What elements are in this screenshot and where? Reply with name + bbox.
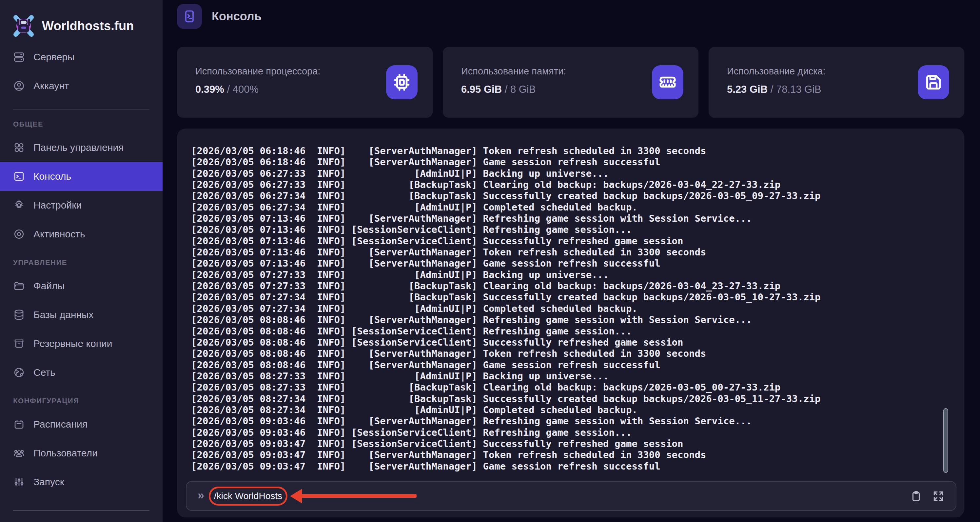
- backups-icon: [13, 338, 25, 350]
- account-icon: [13, 80, 25, 92]
- users-icon: [13, 447, 25, 459]
- stat-card-disk: Использование диска:5.23 GiB / 78.13 GiB: [709, 47, 964, 118]
- sidebar-item-servers[interactable]: Серверы: [0, 43, 162, 72]
- sidebar-item-users[interactable]: Пользователи: [0, 439, 162, 468]
- page-header: Консоль: [177, 4, 262, 29]
- sidebar-item-terminal[interactable]: Консоль: [0, 162, 162, 191]
- arrow-head: [290, 489, 302, 503]
- sidebar-item-label: Консоль: [33, 171, 71, 182]
- sidebar-item-settings[interactable]: Настройки: [0, 191, 162, 220]
- sidebar-item-label: Расписания: [33, 419, 88, 430]
- sidebar-item-activity[interactable]: Активность: [0, 220, 162, 248]
- worldhosts-logo-icon: [13, 15, 35, 37]
- settings-icon: [13, 199, 25, 211]
- expand-fullscreen-icon[interactable]: [932, 490, 945, 502]
- sidebar-item-label: Файлы: [33, 280, 65, 291]
- sidebar-section-label: УПРАВЛЕНИЕ: [13, 258, 162, 267]
- copy-clipboard-icon[interactable]: [910, 490, 922, 502]
- sidebar-item-label: Аккаунт: [33, 80, 69, 91]
- console-log[interactable]: [2026/03/05 06:18:46 INFO] [ServerAuthMa…: [191, 145, 942, 472]
- sidebar-item-label: Активность: [33, 229, 85, 240]
- sidebar-item-label: Резервные копии: [33, 338, 113, 349]
- sidebar-item-dashboard[interactable]: Панель управления: [0, 133, 162, 162]
- command-actions: [910, 490, 945, 502]
- stat-card-cpu: Использование процессора:0.39% / 400%: [177, 47, 433, 118]
- network-icon: [13, 367, 25, 379]
- page-title: Консоль: [212, 10, 262, 23]
- stat-label: Использование диска:: [727, 66, 825, 77]
- sidebar-nav: СерверыАккаунтОБЩЕЕПанель управленияКонс…: [0, 43, 162, 511]
- main-content: Консоль Использование процессора:0.39% /…: [177, 0, 964, 522]
- console-scrollbar-thumb[interactable]: [943, 408, 948, 473]
- startup-icon: [13, 476, 25, 488]
- sidebar-item-label: Запуск: [33, 476, 64, 488]
- stat-value: 0.39% / 400%: [195, 84, 259, 95]
- arrow-shaft: [301, 494, 417, 498]
- sidebar-divider: [13, 510, 150, 511]
- sidebar-item-label: Базы данных: [33, 309, 94, 320]
- sidebar-section-label: ОБЩЕЕ: [13, 119, 162, 129]
- command-input[interactable]: /kick WorldHosts: [214, 491, 282, 501]
- sidebar-item-schedules[interactable]: Расписания: [0, 410, 162, 439]
- memory-icon: [652, 65, 683, 99]
- disk-icon: [918, 65, 949, 99]
- sidebar-item-label: Панель управления: [33, 142, 124, 153]
- stat-value: 6.95 GiB / 8 GiB: [461, 84, 536, 95]
- activity-icon: [13, 228, 25, 240]
- stats-row: Использование процессора:0.39% / 400%Исп…: [177, 47, 964, 118]
- sidebar-item-label: Пользователи: [33, 447, 98, 459]
- annotation-arrow-icon: [290, 489, 417, 503]
- sidebar-item-label: Серверы: [33, 51, 75, 63]
- sidebar-item-account[interactable]: Аккаунт: [0, 72, 162, 100]
- stat-label: Использование памяти:: [461, 66, 566, 77]
- logo-row[interactable]: Worldhosts.fun: [0, 0, 162, 43]
- command-input-wrap: /kick WorldHosts: [214, 491, 282, 501]
- sidebar-item-databases[interactable]: Базы данных: [0, 300, 162, 329]
- sidebar-divider: [13, 110, 150, 110]
- command-bar: » /kick WorldHosts: [186, 481, 956, 511]
- dashboard-icon: [13, 142, 25, 153]
- app-root: Worldhosts.fun СерверыАккаунтОБЩЕЕПанель…: [0, 0, 980, 522]
- sidebar-item-backups[interactable]: Резервные копии: [0, 329, 162, 358]
- stat-label: Использование процессора:: [195, 66, 320, 77]
- servers-icon: [13, 51, 25, 63]
- sidebar-item-label: Сеть: [33, 367, 56, 378]
- sidebar-item-network[interactable]: Сеть: [0, 358, 162, 387]
- sidebar: Worldhosts.fun СерверыАккаунтОБЩЕЕПанель…: [0, 0, 162, 522]
- databases-icon: [13, 309, 25, 321]
- console-panel: [2026/03/05 06:18:46 INFO] [ServerAuthMa…: [177, 129, 964, 517]
- sidebar-item-label: Настройки: [33, 200, 82, 211]
- sidebar-item-startup[interactable]: Запуск: [0, 468, 162, 497]
- prompt-icon: »: [198, 490, 204, 501]
- schedules-icon: [13, 419, 25, 430]
- sidebar-item-files[interactable]: Файлы: [0, 272, 162, 300]
- stat-value: 5.23 GiB / 78.13 GiB: [727, 84, 821, 95]
- sidebar-section-label: КОНФИГУРАЦИЯ: [13, 396, 162, 406]
- stat-card-memory: Использование памяти:6.95 GiB / 8 GiB: [443, 47, 698, 118]
- files-icon: [13, 280, 25, 292]
- app-title: Worldhosts.fun: [42, 19, 134, 33]
- terminal-icon: [13, 170, 25, 182]
- cpu-icon: [386, 65, 418, 99]
- console-header-icon: [177, 4, 202, 29]
